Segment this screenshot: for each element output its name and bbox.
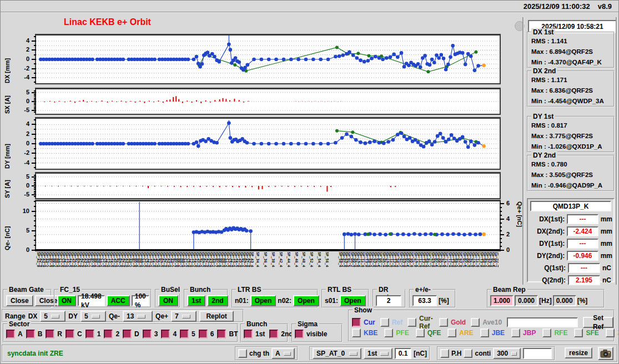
sector-item-checkbox[interactable] [143,330,152,338]
sector-item-checkbox[interactable] [46,330,54,338]
show-item-checkbox[interactable] [352,328,361,337]
ee-ratio-label: e+/e- [414,286,432,294]
dr-pulse-field[interactable]: 2 [376,295,401,306]
replot-button[interactable]: Replot [199,311,234,322]
bpm-monitor-name[interactable]: QMD13P_K [530,201,611,211]
range-dx-select[interactable]: 5 [40,311,66,322]
bunch-order-select[interactable]: 1st [364,348,392,359]
ltr-n01-open-button[interactable]: Open [250,295,276,306]
tick-mark [34,94,36,95]
tick-mark [500,207,502,208]
show-item-pfe: PFE [384,328,409,337]
tick-label: 2 [26,46,29,53]
range-qep-select[interactable]: 7 [171,311,197,322]
fc15-on-button[interactable]: ON [57,295,76,306]
sector-item-checkbox[interactable] [66,330,74,338]
sector-item-checkbox[interactable] [104,330,113,338]
range-qem-select[interactable]: 13 [123,311,153,322]
bpm-name-label: SP_44_4 [287,252,290,267]
sector-item-checkbox[interactable] [199,330,208,338]
fc15-acc-button[interactable]: ACC [107,295,130,306]
show-item-checkbox[interactable] [542,328,551,337]
resize-button[interactable]: resize [565,347,592,358]
monitor-row: DX(1st): --- mm [529,213,612,225]
mode-select[interactable]: A [271,348,295,359]
show-item-checkbox[interactable] [407,318,416,327]
tick-label: 6 [506,200,510,207]
sector-item-checkbox[interactable] [26,330,35,338]
acquisition-box: P.H conti 300 [437,346,555,361]
beam-rep-value-field[interactable]: 1.000 [490,295,514,306]
rtl-bs-label: RTL BS [326,286,353,294]
option-menu-bar [51,315,59,318]
sector-item-checkbox[interactable] [123,330,132,338]
beam-gate-close-1-button[interactable]: Close [6,295,33,306]
rtl-s01-open-button[interactable]: Open [340,295,366,306]
threshold-field[interactable]: 0.1 [395,348,411,359]
sigma-item-checkbox[interactable] [295,330,304,338]
max-label: Max : [531,171,547,178]
bunch-select-item-2nd: 2nd [269,330,293,338]
rtl-s01-label: s01: [325,297,338,305]
show-item-label-text: Gold [451,318,466,326]
tick-mark [34,129,36,130]
show-item-label-text: JBP [523,329,536,337]
chg-th-checkbox[interactable] [238,349,247,358]
tick-mark [500,219,504,220]
extra-field[interactable] [523,348,552,359]
sector-item-checkbox[interactable] [161,330,170,338]
tick-label: 2 [26,130,29,138]
monitor-row-unit: mm [601,215,612,223]
sector-item-checkbox[interactable] [6,330,15,338]
rms-value: 0.780 [551,161,567,168]
sector-item-checkbox[interactable] [180,330,189,338]
tick-label: 5 [26,89,29,96]
show-item-checkbox[interactable] [447,328,456,337]
show-item-checkbox[interactable] [416,328,425,337]
show-item-checkbox[interactable] [380,318,389,327]
conti-checkbox[interactable] [464,349,472,358]
show-item-checkbox[interactable] [471,318,480,327]
tick-mark [34,148,36,149]
sy-plot-canvas [36,174,500,198]
ph-checkbox[interactable] [440,349,449,358]
tick-mark [32,134,36,135]
fc15-percent-field[interactable]: 100 % [132,295,149,306]
ltr-n02-open-button[interactable]: Open [293,295,319,306]
bunch-select-item-checkbox[interactable] [244,330,253,338]
tick-mark [34,175,36,176]
show-item-checkbox[interactable] [384,328,393,337]
show-item-checkbox[interactable] [480,328,489,337]
titlebar-datetime: 2025/12/09 11:00:32 [524,2,590,11]
screenshot-button[interactable] [598,347,613,360]
sector-item-checkbox[interactable] [85,330,94,338]
show-item-checkbox[interactable] [606,328,615,337]
sector-item-checkbox[interactable] [217,330,226,338]
ee-ratio-field[interactable]: 63.3 [412,295,437,306]
tick-mark [500,242,502,243]
min-value: -4.370@QAF4P_K [548,59,602,65]
bpm-name-label: SP_34_4 [256,252,259,267]
range-dy-select[interactable]: 5 [80,311,106,322]
busel-on-button[interactable]: ON [158,295,178,306]
dr-pulse-label: DR pulse [377,286,405,294]
tick-label: -4 [24,159,29,166]
monitor-row: DY(1st): --- mm [529,237,612,250]
show-item-checkbox[interactable] [574,328,583,337]
bunch-select-item-checkbox[interactable] [269,330,278,338]
sigma-item-label-text: visible [306,330,327,338]
sp-at-select[interactable]: SP_AT_0 [313,348,361,359]
bunch-2nd-button[interactable]: 2nd [207,295,228,306]
show-item-checkbox[interactable] [352,318,361,327]
points-select[interactable]: 300 [493,348,521,359]
dx-plot-canvas [36,36,500,83]
ref-name-input[interactable] [507,317,578,327]
show-item-checkbox[interactable] [439,318,448,327]
application-window: 2025/12/09 11:00:32 v8.9 Linac KEKB e+ O… [0,0,619,364]
fc15-kv-field[interactable]: 18.498 kV [78,295,105,306]
show-item-checkbox[interactable] [511,328,520,337]
tick-mark [34,167,36,168]
bunch-1st-button[interactable]: 1st [187,295,205,306]
range-dy-value: 5 [84,312,88,320]
set-ref-button[interactable]: Set Ref [583,317,613,328]
